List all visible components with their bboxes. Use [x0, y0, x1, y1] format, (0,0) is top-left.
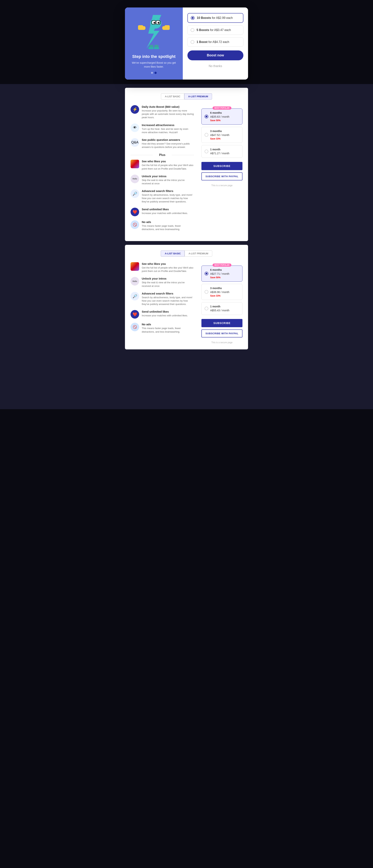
- qa-icon: Q&A: [131, 138, 139, 147]
- price-radio-3mo-1: [205, 133, 208, 137]
- boost-radio-5: [191, 28, 194, 32]
- svg-rect-16: [154, 47, 159, 49]
- feature-attractiveness-desc: Turn up the heat. See and be seen by eve…: [142, 127, 194, 134]
- price-radio-6mo-1: [205, 115, 208, 118]
- svg-point-9: [158, 22, 160, 24]
- price-3mo-save-2: Save 33%: [210, 294, 229, 298]
- feature-search-text: Advanced search filters Search by attrac…: [142, 189, 194, 204]
- price-3mo-months-1: 3 months: [210, 129, 229, 133]
- sub-features-1: ⚡ Daily Auto Boost ($60 value) Increase …: [131, 105, 194, 236]
- boost-10-label: 10 Boosts: [197, 16, 211, 20]
- price-3mo-1[interactable]: 3 months A$47.52 / month Save 33%: [201, 127, 242, 143]
- divider-plus: Plus: [131, 153, 194, 157]
- feature-likes-you-desc-2: Get the full list of people who like you…: [142, 266, 194, 273]
- tab-premium-1[interactable]: A-LIST PREMIUM: [184, 93, 212, 99]
- heart-icon: ❤️: [131, 208, 139, 216]
- gradient-thumb-icon: [131, 160, 139, 168]
- price-3mo-2[interactable]: 3 months A$36.96 / month Save 33%: [201, 284, 242, 300]
- subscribe-button-1[interactable]: SUBSCRIBE: [201, 162, 242, 170]
- no-thanks-button[interactable]: No thanks: [188, 63, 243, 69]
- feature-unlimited-likes: ❤️ Send unlimited likes Increase your ma…: [131, 208, 194, 216]
- price-3mo-amount-2: A$36.96 / month: [210, 290, 229, 294]
- no-ads-icon-2: 🚫: [131, 323, 139, 331]
- bolt-icon: ⚡: [131, 105, 139, 114]
- price-6mo-months-1: 6 months: [210, 111, 229, 115]
- svg-rect-15: [148, 47, 154, 49]
- boost-option-10[interactable]: 10 Boosts for A$2.99 each: [188, 13, 243, 23]
- feature-search-text-2: Advanced search filters Search by attrac…: [142, 292, 194, 306]
- feature-daily-boost-title: Daily Auto Boost ($60 value): [142, 105, 194, 108]
- svg-point-8: [154, 22, 155, 24]
- secure-text-2: This is a secure page: [201, 341, 242, 344]
- tab-basic-2[interactable]: A-LIST BASIC: [161, 250, 184, 256]
- feature-no-ads-title: No ads: [142, 220, 194, 223]
- feature-daily-boost-desc: Increase your popularity. Be seen by mor…: [142, 109, 194, 119]
- eye-icon: 👁: [131, 123, 139, 132]
- feature-intros: Hello Unlock your intros Skip the wait &…: [131, 175, 194, 185]
- boost-modal-subtitle: We've supercharged Boost so you get more…: [129, 61, 179, 69]
- price-radio-3mo-2: [205, 290, 208, 294]
- price-1mo-2[interactable]: 1 month A$55.43 / month: [201, 302, 242, 315]
- price-radio-6mo-2: [205, 272, 208, 275]
- section-2: A-LIST BASIC A-LIST PREMIUM See who like…: [125, 245, 248, 349]
- boost-radio-10: [191, 16, 195, 20]
- boost-option-1-text: 1 Boost for A$4.72 each: [197, 40, 229, 44]
- no-ads-icon: 🚫: [131, 220, 139, 229]
- feature-unlimited-likes-text-2: Send unlimited likes Increase your match…: [142, 310, 188, 317]
- subscribe-paypal-button-1[interactable]: SUBSCRIBE WITH PAYPAL: [201, 173, 242, 180]
- price-1mo-months-1: 1 month: [210, 148, 229, 151]
- dot-1: [151, 72, 153, 74]
- feature-search-desc: Search by attractiveness, body type, and…: [142, 193, 194, 204]
- price-radio-1mo-1: [205, 150, 208, 153]
- price-6mo-amount-1: A$35.63 / month: [210, 115, 229, 119]
- feature-search-title-2: Advanced search filters: [142, 292, 194, 295]
- feature-unlimited-likes-title: Send unlimited likes: [142, 208, 188, 211]
- dot-2: [155, 72, 157, 74]
- feature-intros-title-2: Unlock your intros: [142, 277, 194, 280]
- price-3mo-months-2: 3 months: [210, 286, 229, 290]
- price-radio-1mo-2: [205, 307, 208, 310]
- feature-intros-2: Hello Unlock your intros Skip the wait &…: [131, 277, 194, 287]
- price-6mo-2[interactable]: MOST POPULAR 6 months A$27.71 / month Sa…: [201, 266, 242, 282]
- feature-no-ads-2: 🚫 No ads This means faster page loads, f…: [131, 323, 194, 333]
- feature-qa-text: See public question answers How did they…: [142, 138, 194, 149]
- boost-option-5[interactable]: 5 Boosts for A$3.47 each: [188, 25, 243, 35]
- boost-modal-title: Step into the spotlight: [132, 54, 175, 59]
- sub-features-2: See who likes you Get the full list of p…: [131, 262, 194, 338]
- price-6mo-1[interactable]: MOST POPULAR 6 months A$35.63 / month Sa…: [201, 108, 242, 125]
- boost-5-label: 5 Boosts: [197, 28, 209, 32]
- feature-no-ads-desc: This means faster page loads, fewer dist…: [142, 224, 194, 231]
- price-6mo-save-2: Save 50%: [210, 276, 229, 279]
- subscribe-paypal-button-2[interactable]: SUBSCRIBE WITH PAYPAL: [201, 330, 242, 337]
- feature-search: 🔎 Advanced search filters Search by attr…: [131, 189, 194, 204]
- feature-search-title: Advanced search filters: [142, 189, 194, 192]
- most-popular-badge-2: MOST POPULAR: [213, 264, 232, 267]
- bottom-spacer: [0, 353, 373, 409]
- boost-modal-left: Step into the spotlight We've supercharg…: [125, 7, 183, 80]
- feature-likes-you-text: See who likes you Get the full list of p…: [142, 160, 194, 170]
- secure-text-1: This is a secure page: [201, 184, 242, 187]
- price-1mo-1[interactable]: 1 month A$71.27 / month: [201, 145, 242, 158]
- feature-attractiveness: 👁 Increased attractiveness Turn up the h…: [131, 123, 194, 134]
- sub-pricing-2: MOST POPULAR 6 months A$27.71 / month Sa…: [201, 262, 242, 344]
- search-filter-icon-2: 🔎: [131, 292, 139, 301]
- feature-unlimited-likes-2: ❤️ Send unlimited likes Increase your ma…: [131, 310, 194, 318]
- boost-option-1[interactable]: 1 Boost for A$4.72 each: [188, 37, 243, 47]
- boost-now-button[interactable]: Boost now: [188, 51, 243, 60]
- tab-basic-1[interactable]: A-LIST BASIC: [161, 93, 184, 99]
- feature-qa-desc: How did they answer? See everyone's publ…: [142, 142, 194, 149]
- feature-search-desc-2: Search by attractiveness, body type, and…: [142, 296, 194, 306]
- feature-intros-title: Unlock your intros: [142, 175, 194, 178]
- feature-no-ads-title-2: No ads: [142, 323, 194, 326]
- tabs-row-1: A-LIST BASIC A-LIST PREMIUM: [131, 93, 242, 99]
- search-filter-icon: 🔎: [131, 189, 139, 198]
- feature-unlimited-likes-title-2: Send unlimited likes: [142, 310, 188, 313]
- feature-qa-title: See public question answers: [142, 138, 194, 142]
- feature-attractiveness-title: Increased attractiveness: [142, 123, 194, 127]
- boost-1-label: 1 Boost: [197, 40, 208, 43]
- feature-attractiveness-text: Increased attractiveness Turn up the hea…: [142, 123, 194, 134]
- price-1mo-amount-2: A$55.43 / month: [210, 309, 229, 312]
- tabs-row-2: A-LIST BASIC A-LIST PREMIUM: [131, 250, 242, 256]
- subscribe-button-2[interactable]: SUBSCRIBE: [201, 319, 242, 327]
- tab-premium-2[interactable]: A-LIST PREMIUM: [184, 250, 212, 256]
